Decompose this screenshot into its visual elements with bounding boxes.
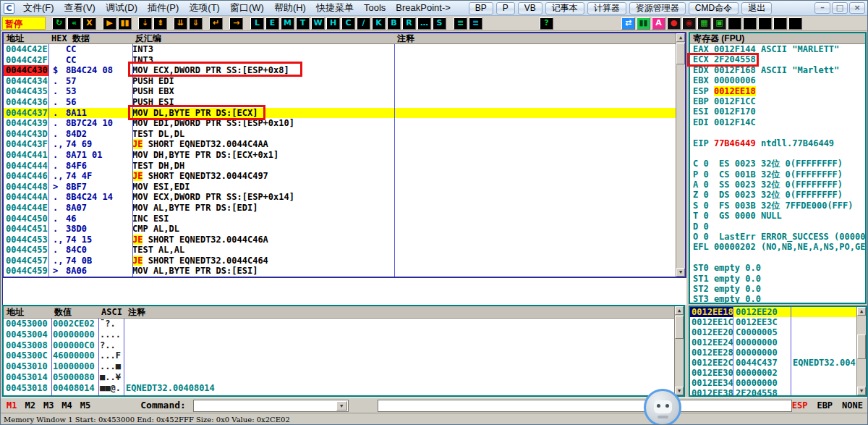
quick-launch-button[interactable]: 计算器: [587, 2, 626, 14]
blank-toolbar-button[interactable]: [773, 17, 787, 30]
flag-row[interactable]: C 0 ES 0023 32位 0(FFFFFFFF): [693, 159, 865, 169]
memory-window-tab[interactable]: M2: [25, 400, 35, 411]
option-toolbar-button[interactable]: ◉: [682, 17, 696, 30]
blank-toolbar-button[interactable]: [743, 17, 757, 30]
menu-item[interactable]: 窗口(W): [225, 1, 269, 15]
quick-launch-button[interactable]: 记事本: [545, 2, 584, 14]
menu-item[interactable]: 选项(T): [184, 1, 225, 15]
memory-window-tab[interactable]: M5: [80, 400, 90, 411]
register-row[interactable]: ESI 0012F170: [693, 106, 865, 117]
stack-row[interactable]: 0012EE3400000000: [690, 378, 866, 388]
minimize-button[interactable]: –: [814, 2, 830, 14]
panel-letter-button[interactable]: T: [296, 17, 310, 30]
register-row[interactable]: EDI 0012F14C: [693, 117, 865, 127]
option-toolbar-button[interactable]: A: [652, 17, 665, 30]
panel-letter-button[interactable]: /: [357, 17, 370, 30]
scroll-thumb[interactable]: [676, 43, 685, 64]
memory-window-tab[interactable]: M4: [61, 400, 72, 411]
panel-letter-button[interactable]: C: [341, 17, 355, 30]
stack-row[interactable]: 0012EE382F204558: [690, 388, 866, 397]
panel-letter-button[interactable]: …: [417, 17, 431, 30]
menu-item[interactable]: BreakPoint->: [391, 1, 456, 15]
option-toolbar-button[interactable]: ●: [667, 17, 681, 30]
panel-letter-button[interactable]: E: [265, 17, 279, 30]
stack-row[interactable]: 0012EE1C0012EE3C: [690, 317, 866, 327]
panel-letter-button[interactable]: M: [281, 17, 294, 30]
command-combobox[interactable]: ▼: [193, 400, 349, 412]
flag-row[interactable]: EFL 00000202 (NO,NB,NE,A,NS,PO,GE: [693, 242, 865, 252]
debug-toolbar-button[interactable]: ▮▮: [118, 17, 132, 30]
chevron-down-icon[interactable]: ▼: [336, 401, 347, 411]
stack-scrollbar[interactable]: ▲ ▼: [856, 307, 866, 395]
stack-row[interactable]: 0012EE3000000002: [690, 368, 866, 378]
panel-letter-button[interactable]: H: [326, 17, 340, 30]
menu-item[interactable]: 调试(D): [101, 1, 142, 15]
register-row[interactable]: EDX 0012F168 ASCII "Marlett": [693, 65, 865, 75]
menu-item[interactable]: 文件(F): [18, 1, 59, 15]
command-input[interactable]: [195, 401, 339, 411]
app-icon[interactable]: C: [4, 3, 14, 14]
flag-row[interactable]: P 0 CS 001B 32位 0(FFFFFFFF): [693, 169, 865, 180]
panel-letter-button[interactable]: K: [372, 17, 386, 30]
register-row[interactable]: EBP 0012F1CC: [693, 96, 865, 106]
fpu-register-row[interactable]: ST0 empty 0.0: [693, 263, 865, 273]
register-row-eip[interactable]: EIP 77B46449 ntdll.77B46449: [693, 138, 865, 148]
debug-toolbar-button[interactable]: ⇓: [189, 17, 203, 30]
debug-toolbar-button[interactable]: «: [67, 17, 81, 30]
panel-letter-button[interactable]: B: [387, 17, 401, 30]
quick-launch-button[interactable]: P: [496, 2, 515, 14]
panel-letter-button[interactable]: W: [311, 17, 325, 30]
scroll-down-icon[interactable]: ▼: [676, 268, 685, 277]
quick-launch-button[interactable]: CMD命令: [689, 2, 739, 14]
menu-item[interactable]: 查看(V): [59, 1, 101, 15]
quick-launch-button[interactable]: VB: [518, 2, 542, 14]
menu-item[interactable]: 插件(P): [142, 1, 184, 15]
blank-toolbar-button[interactable]: [728, 17, 741, 30]
quick-launch-button[interactable]: 资源管理器: [629, 2, 686, 14]
debug-toolbar-button[interactable]: ⇟: [153, 17, 167, 30]
memory-row[interactable]: 0045300400000000....: [4, 329, 684, 340]
debug-toolbar-button[interactable]: ▶: [103, 17, 116, 30]
memory-row[interactable]: 004530000002CE02¯?.: [4, 319, 684, 329]
scroll-up-icon[interactable]: ▲: [857, 307, 866, 316]
memory-row[interactable]: 00453008000000C0?..: [4, 340, 684, 351]
memory-scrollbar[interactable]: ▲ ▼: [674, 306, 684, 395]
fpu-register-row[interactable]: ST1 empty 0.0: [693, 274, 865, 284]
option-toolbar-button[interactable]: ▮▮: [637, 17, 650, 30]
quick-launch-button[interactable]: BP: [469, 2, 493, 14]
blank-toolbar-button[interactable]: [788, 17, 802, 30]
debug-toolbar-button[interactable]: →: [229, 17, 243, 30]
flag-row[interactable]: T 0 GS 0000 NULL: [693, 211, 865, 221]
register-row[interactable]: EAX 0012F144 ASCII "MARLETT": [693, 44, 865, 54]
floating-assistant-icon[interactable]: [644, 389, 681, 425]
menu-item[interactable]: Tools: [359, 1, 391, 15]
debug-toolbar-button[interactable]: ↻: [52, 17, 66, 30]
scroll-down-icon[interactable]: ▼: [857, 387, 866, 395]
stack-row[interactable]: 0012EE2C0044C437EQNEDT32.004: [690, 358, 866, 368]
restore-button[interactable]: □: [832, 2, 848, 14]
memory-row[interactable]: 0045301010000000...■: [4, 361, 684, 372]
scroll-thumb[interactable]: [675, 316, 684, 339]
stack-row[interactable]: 0012EE20C0000005: [690, 327, 866, 337]
debug-toolbar-button[interactable]: ⇣: [138, 17, 152, 30]
flag-row[interactable]: O 0 LastErr ERROR_SUCCESS (00000: [693, 232, 865, 242]
disasm-scrollbar[interactable]: ▲ ▼: [676, 33, 685, 277]
memory-window-tab[interactable]: M3: [43, 400, 54, 411]
option-toolbar-button[interactable]: ⇄: [621, 17, 635, 30]
help-button[interactable]: ?: [540, 17, 553, 30]
quick-launch-button[interactable]: 退出: [741, 2, 772, 14]
menu-item[interactable]: 帮助(H): [269, 1, 311, 15]
view-list-button[interactable]: ≡: [454, 17, 467, 30]
memory-window-tab[interactable]: M1: [7, 400, 17, 411]
debug-toolbar-button[interactable]: ⇊: [174, 17, 187, 30]
blank-toolbar-button[interactable]: [758, 17, 772, 30]
log-field[interactable]: [378, 400, 792, 412]
register-row[interactable]: EBX 00000006: [693, 75, 865, 85]
memory-row[interactable]: 0045301800408014■■@.EQNEDT32.00408014: [4, 383, 684, 394]
flag-row[interactable]: A 0 SS 0023 32位 0(FFFFFFFF): [693, 180, 865, 190]
register-row[interactable]: ECX 2F204558: [693, 54, 865, 64]
stack-row[interactable]: 0012EE2800000000: [690, 348, 866, 358]
fpu-register-row[interactable]: ST3 empty 0.0: [693, 294, 865, 304]
scroll-up-icon[interactable]: ▲: [676, 33, 685, 42]
register-row[interactable]: ESP 0012EE18: [693, 86, 865, 96]
